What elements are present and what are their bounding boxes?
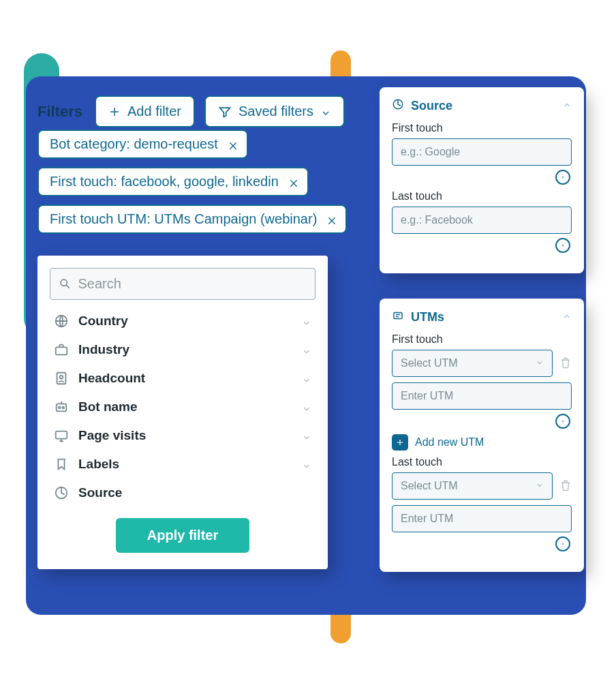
- last-touch-utm-input[interactable]: [392, 505, 572, 532]
- filter-builder-panel: Country Industry Headcount Bot name: [37, 256, 328, 569]
- filter-row-headcount[interactable]: Headcount: [50, 364, 315, 393]
- filter-row-industry[interactable]: Industry: [50, 335, 315, 364]
- filter-chip-first-touch[interactable]: First touch: facebook, google, linkedin: [37, 167, 309, 196]
- utms-card-header[interactable]: UTMs: [392, 309, 572, 325]
- svg-point-0: [61, 279, 67, 286]
- utm-icon: [392, 309, 404, 325]
- plus-square-icon[interactable]: [392, 434, 408, 451]
- trash-icon[interactable]: [559, 479, 572, 493]
- source-icon: [54, 485, 69, 500]
- chevron-down-icon: [302, 459, 311, 469]
- filter-row-source[interactable]: Source: [50, 479, 315, 507]
- source-card-header[interactable]: Source: [392, 98, 572, 114]
- source-icon: [392, 98, 404, 114]
- bot-icon: [54, 399, 69, 414]
- source-card: Source First touch Last touch: [380, 87, 584, 273]
- utms-card: UTMs First touch Select UTM: [380, 299, 584, 572]
- filter-row-label: Source: [78, 485, 122, 500]
- filter-row-country[interactable]: Country: [50, 307, 315, 335]
- svg-rect-11: [394, 313, 402, 319]
- utm-last-touch-label: Last touch: [392, 456, 572, 468]
- svg-point-4: [60, 376, 63, 379]
- id-badge-icon: [54, 371, 69, 386]
- search-input[interactable]: [77, 275, 307, 292]
- select-utm-placeholder: Select UTM: [401, 357, 458, 369]
- add-new-utm-row[interactable]: Add new UTM: [392, 434, 572, 451]
- last-touch-utm-select[interactable]: Select UTM: [392, 472, 553, 500]
- utms-card-title: UTMs: [411, 310, 444, 324]
- add-first-touch-utm-button[interactable]: [555, 414, 570, 429]
- apply-filter-button[interactable]: Apply filter: [116, 518, 249, 553]
- filter-chip-first-touch-utm[interactable]: First touch UTM: UTMs Campaign (webinar): [37, 204, 347, 234]
- add-first-touch-source-button[interactable]: [555, 170, 570, 185]
- chevron-down-icon: [302, 431, 311, 440]
- last-touch-source-input[interactable]: [392, 207, 572, 234]
- filter-chip-label: First touch UTM: UTMs Campaign (webinar): [50, 211, 317, 227]
- filters-title: Filters: [37, 103, 82, 121]
- chevron-down-icon: [302, 316, 311, 326]
- close-icon[interactable]: [228, 139, 238, 150]
- filter-row-page-visits[interactable]: Page visits: [50, 421, 315, 450]
- filter-chip-bot-category[interactable]: Bot category: demo-request: [37, 130, 248, 159]
- first-touch-label: First touch: [392, 122, 572, 134]
- trash-icon[interactable]: [559, 356, 572, 370]
- applied-filters: Bot category: demo-request First touch: …: [37, 130, 347, 234]
- filter-row-label: Bot name: [78, 399, 138, 414]
- chevron-up-icon[interactable]: [562, 99, 572, 113]
- chevron-down-icon: [302, 374, 311, 383]
- first-touch-utm-input[interactable]: [392, 382, 572, 410]
- plus-icon: [108, 106, 121, 118]
- filter-row-label: Labels: [78, 457, 119, 472]
- chevron-down-icon: [536, 480, 544, 492]
- chevron-down-icon: [302, 345, 311, 354]
- svg-point-7: [62, 407, 64, 409]
- utm-first-touch-label: First touch: [392, 333, 572, 346]
- filter-row-label: Page visits: [78, 428, 146, 443]
- svg-rect-2: [56, 347, 67, 354]
- filters-header: Filters Add filter Saved filters: [37, 95, 345, 127]
- filter-row-bot-name[interactable]: Bot name: [50, 393, 315, 421]
- filter-row-labels[interactable]: Labels: [50, 450, 315, 479]
- filter-row-label: Industry: [78, 342, 129, 357]
- add-new-utm-label: Add new UTM: [415, 436, 484, 449]
- chevron-down-icon: [320, 106, 331, 117]
- add-filter-button[interactable]: Add filter: [95, 95, 195, 127]
- svg-point-6: [59, 407, 61, 409]
- funnel-icon: [218, 105, 232, 119]
- briefcase-icon: [54, 342, 69, 357]
- add-last-touch-utm-button[interactable]: [555, 536, 570, 551]
- filter-chip-label: First touch: facebook, google, linkedin: [50, 174, 279, 189]
- filter-search[interactable]: [50, 268, 315, 300]
- add-filter-label: Add filter: [127, 104, 181, 119]
- close-icon[interactable]: [288, 177, 299, 187]
- chevron-up-icon[interactable]: [562, 310, 572, 324]
- saved-filters-button[interactable]: Saved filters: [204, 95, 345, 127]
- svg-rect-8: [56, 431, 67, 439]
- filter-row-label: Headcount: [78, 371, 145, 386]
- close-icon[interactable]: [326, 214, 337, 225]
- filter-row-label: Country: [78, 314, 128, 329]
- search-icon: [59, 277, 72, 291]
- last-touch-label: Last touch: [392, 190, 572, 202]
- source-card-title: Source: [411, 99, 452, 113]
- chevron-down-icon: [536, 357, 544, 369]
- first-touch-utm-select[interactable]: Select UTM: [392, 350, 553, 377]
- bookmark-icon: [54, 457, 69, 472]
- select-utm-placeholder: Select UTM: [401, 480, 458, 492]
- globe-icon: [54, 314, 69, 329]
- first-touch-source-input[interactable]: [392, 138, 572, 166]
- monitor-icon: [54, 428, 69, 443]
- filter-chip-label: Bot category: demo-request: [50, 136, 218, 152]
- chevron-down-icon: [302, 402, 311, 412]
- add-last-touch-source-button[interactable]: [555, 238, 570, 253]
- svg-rect-5: [57, 404, 67, 411]
- saved-filters-label: Saved filters: [238, 104, 313, 119]
